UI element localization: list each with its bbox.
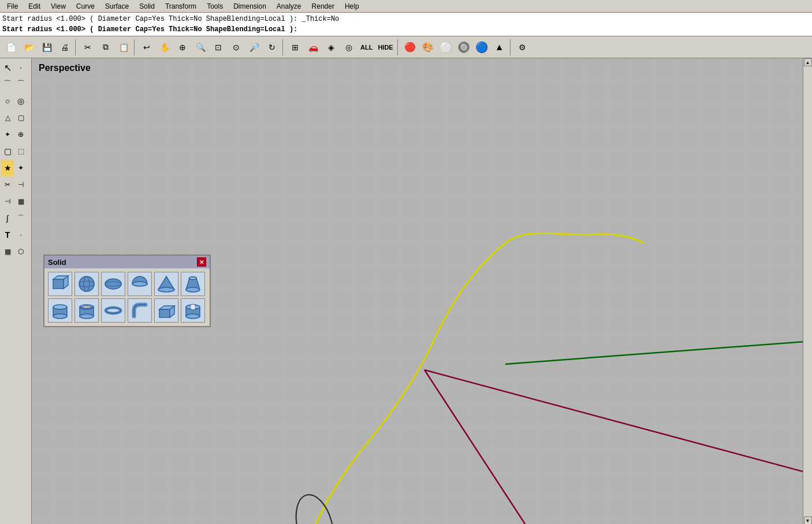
wire-toggle-button[interactable]: ◎ [340, 39, 357, 55]
cut-button[interactable]: ✂ [79, 39, 96, 55]
undo-button[interactable]: ↩ [138, 39, 155, 55]
dot-tool[interactable]: · [14, 227, 27, 243]
box-solid-button[interactable] [48, 272, 72, 296]
open-button[interactable]: 📂 [20, 39, 38, 55]
menu-view[interactable]: View [46, 1, 70, 12]
spline2-tool[interactable]: ⌒ [14, 210, 27, 226]
scroll-up-button[interactable]: ▲ [804, 58, 812, 66]
tube-button[interactable] [75, 298, 99, 323]
menu-edit[interactable]: Edit [24, 1, 45, 12]
torus-button[interactable] [101, 298, 125, 323]
color1-button[interactable]: 🔴 [401, 39, 419, 55]
rect-tool[interactable]: ▢ [14, 110, 27, 126]
trim2-tool[interactable]: ⊣ [14, 177, 27, 193]
trim-tool[interactable]: ✂ [1, 177, 14, 193]
menu-dimension[interactable]: Dimension [229, 1, 271, 12]
toolbar-sep5 [510, 39, 512, 55]
svg-point-25 [79, 276, 94, 291]
save-button[interactable]: 💾 [38, 39, 55, 55]
cmd-line2[interactable]: Start radius <1.000> ( Diameter Cap=Yes … [2, 24, 810, 35]
toolbar-sep2 [134, 39, 136, 55]
box-tool[interactable]: ▢ [1, 143, 14, 159]
zoom-ext-button[interactable]: ⊙ [228, 39, 245, 55]
toolbar-sep1 [75, 39, 77, 55]
ellipsoid-button[interactable] [101, 272, 125, 296]
viewport-label: Perspective [39, 63, 91, 73]
car-button[interactable]: 🚗 [304, 39, 322, 55]
solid-panel-close-button[interactable]: ✕ [197, 257, 206, 267]
material4-button[interactable]: ▲ [491, 39, 508, 55]
rotate-button[interactable]: ↻ [263, 39, 281, 55]
circle-tool[interactable]: ○ [1, 93, 14, 109]
solid-active-tool[interactable]: ★ [1, 160, 14, 176]
menu-tools[interactable]: Tools [202, 1, 228, 12]
grid-button[interactable]: ⊞ [286, 39, 304, 55]
svg-point-51 [190, 304, 196, 310]
pipe-bend-button[interactable] [128, 298, 152, 323]
copy-button[interactable]: ⧉ [97, 39, 114, 55]
menu-solid[interactable]: Solid [135, 1, 159, 12]
menu-help[interactable]: Help [340, 1, 364, 12]
sidebar-row1: ↖ · [1, 59, 30, 76]
menu-curve[interactable]: Curve [72, 1, 99, 12]
circle2-tool[interactable]: ◎ [14, 93, 27, 109]
toolbar: 📄 📂 💾 🖨 ✂ ⧉ 📋 ↩ ✋ ⊕ 🔍 ⊡ ⊙ 🔎 ↻ ⊞ 🚗 ◈ ◎ AL… [0, 36, 812, 58]
solid-row1 [48, 272, 206, 296]
obj-button[interactable]: ◈ [322, 39, 340, 55]
zoom-in-button[interactable]: 🔍 [192, 39, 209, 55]
truncated-cone-button[interactable] [181, 272, 205, 296]
zoom-window-button[interactable]: ⊡ [210, 39, 227, 55]
solid-row2 [48, 298, 206, 323]
solid-extra-tool[interactable]: ✦ [14, 160, 27, 176]
material3-button[interactable]: 🔵 [473, 39, 490, 55]
transform-tool[interactable]: ✦ [1, 126, 14, 143]
print-button[interactable]: 🖨 [56, 39, 73, 55]
export-tool[interactable]: ⬡ [14, 244, 27, 260]
sidebar-row6: ▢ ⬚ [1, 143, 30, 159]
menu-transform[interactable]: Transform [161, 1, 201, 12]
sphere-solid-button[interactable] [75, 272, 99, 296]
settings-button[interactable]: ⚙ [514, 39, 531, 55]
snap-button[interactable]: ⊕ [174, 39, 191, 55]
toolbar-sep4 [397, 39, 400, 55]
extrude-button[interactable] [154, 298, 178, 323]
toolbar-sep3 [282, 39, 285, 55]
menu-file[interactable]: File [2, 1, 23, 12]
zoom-sel-button[interactable]: 🔎 [245, 39, 263, 55]
poly-tool[interactable]: △ [1, 110, 14, 126]
transform2-tool[interactable]: ⊕ [14, 126, 27, 143]
paste-button[interactable]: 📋 [115, 39, 132, 55]
cone-button[interactable] [154, 272, 178, 296]
cylinder-button[interactable] [48, 298, 72, 323]
text-tool[interactable]: T [1, 227, 14, 243]
sidebar-row4: △ ▢ [1, 110, 30, 126]
sidebar-row10: ∫ ⌒ [1, 210, 30, 226]
menu-render[interactable]: Render [307, 1, 339, 12]
grid-panel-tool[interactable]: ▦ [1, 244, 14, 260]
solid-panel-body [44, 268, 210, 326]
svg-point-28 [105, 279, 121, 289]
menu-surface[interactable]: Surface [100, 1, 133, 12]
mesh-tool[interactable]: ⬚ [14, 143, 27, 159]
svg-point-32 [158, 287, 174, 292]
half-sphere-button[interactable] [128, 272, 152, 296]
curve-tool[interactable]: ⌒ [1, 76, 14, 92]
select-tool[interactable]: ↖ [1, 59, 14, 76]
color2-button[interactable]: 🎨 [419, 39, 437, 55]
material2-button[interactable]: 🔘 [455, 39, 472, 55]
viewport[interactable]: z Perspective Solid ✕ [32, 58, 803, 524]
cap-button[interactable] [181, 298, 205, 323]
curve2-tool[interactable]: ⌒ [14, 76, 27, 92]
scroll-down-button[interactable]: ▼ [804, 516, 812, 524]
material1-button[interactable]: ⚪ [437, 39, 455, 55]
solid-panel: Solid ✕ [43, 254, 211, 327]
layout-tool[interactable]: ▦ [14, 193, 27, 209]
dim-tool[interactable]: ⊣ [1, 193, 14, 209]
point-tool[interactable]: · [14, 59, 27, 76]
sidebar-row11: T · [1, 227, 30, 243]
pan-button[interactable]: ✋ [156, 39, 173, 55]
menu-analyze[interactable]: Analyze [272, 1, 306, 12]
new-button[interactable]: 📄 [2, 39, 20, 55]
spline-tool[interactable]: ∫ [1, 210, 14, 226]
solid-panel-header[interactable]: Solid ✕ [44, 256, 210, 268]
